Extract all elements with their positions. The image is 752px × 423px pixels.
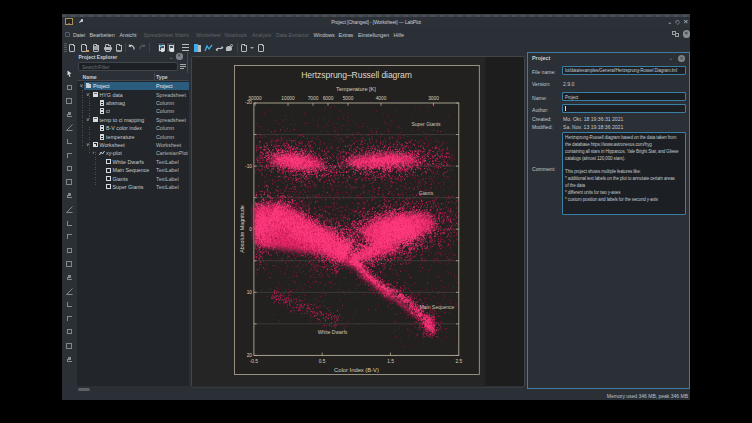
svg-text:-20: -20 bbox=[245, 100, 252, 105]
svg-text:Super Giants: Super Giants bbox=[411, 121, 441, 127]
svg-text:5000: 5000 bbox=[342, 96, 353, 101]
svg-text:Color Index (B-V): Color Index (B-V) bbox=[334, 367, 379, 373]
svg-text:-10: -10 bbox=[245, 164, 252, 169]
svg-text:3000: 3000 bbox=[428, 96, 439, 101]
svg-text:10: 10 bbox=[246, 290, 252, 295]
svg-text:0: 0 bbox=[249, 227, 252, 232]
svg-text:Main Sequence: Main Sequence bbox=[419, 304, 454, 310]
svg-text:0.5: 0.5 bbox=[318, 359, 325, 364]
svg-text:20: 20 bbox=[246, 353, 252, 358]
svg-text:4000: 4000 bbox=[375, 96, 386, 101]
svg-text:2.5: 2.5 bbox=[455, 359, 462, 364]
svg-text:Giants: Giants bbox=[418, 190, 433, 196]
svg-text:-0.5: -0.5 bbox=[249, 359, 258, 364]
svg-text:Absolute Magnitude: Absolute Magnitude bbox=[239, 205, 245, 253]
svg-text:Hertzsprung–Russell diagram: Hertzsprung–Russell diagram bbox=[301, 70, 412, 80]
svg-text:1.5: 1.5 bbox=[387, 359, 394, 364]
svg-text:7000: 7000 bbox=[307, 96, 318, 101]
svg-text:10000: 10000 bbox=[281, 96, 295, 101]
svg-text:Temperature [K]: Temperature [K] bbox=[336, 86, 376, 92]
svg-text:White Dwarfs: White Dwarfs bbox=[317, 329, 347, 335]
svg-text:6000: 6000 bbox=[322, 96, 333, 101]
